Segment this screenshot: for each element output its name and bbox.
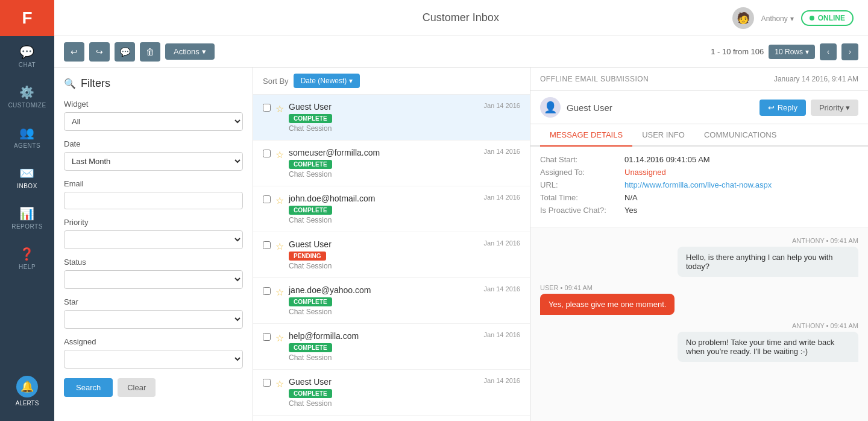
sort-button[interactable]: Date (Newest) ▾	[294, 74, 360, 88]
star-icon[interactable]: ☆	[275, 241, 284, 252]
back-button[interactable]: ↩	[64, 42, 84, 62]
sidebar-item-inbox[interactable]: ✉️ INBOX	[0, 157, 54, 198]
detail-proactive-val: Yes	[624, 206, 637, 215]
tab-user-info[interactable]: USER INFO	[632, 124, 694, 147]
star-icon[interactable]: ☆	[275, 149, 284, 160]
tab-communications[interactable]: COMMUNICATIONS	[694, 124, 786, 147]
user-name: Guest User	[567, 103, 612, 113]
detail-url: URL: http://www.formilla.com/live-chat-n…	[540, 180, 858, 189]
delete-button[interactable]: 🗑	[140, 42, 160, 62]
inbox-item-body: jane.doe@yahoo.com Complete Chat Session	[289, 285, 479, 316]
filter-priority-select[interactable]	[64, 230, 243, 249]
sidebar-item-chat[interactable]: 💬 CHAT	[0, 36, 54, 77]
detail-assigned-val: Unassigned	[624, 168, 666, 177]
chat-icon: 💬	[19, 45, 35, 59]
online-status-badge[interactable]: ONLINE	[801, 10, 854, 26]
inbox-sender: help@formilla.com	[289, 331, 479, 341]
rows-dropdown-icon: ▾	[805, 48, 809, 56]
detail-assigned: Assigned To: Unassigned	[540, 168, 858, 177]
inbox-item-checkbox[interactable]	[263, 333, 271, 341]
filters-title: 🔍 Filters	[64, 77, 243, 90]
inbox-item[interactable]: ☆ Guest User Pending Chat Session Jan 14…	[253, 232, 530, 278]
inbox-list: Sort By Date (Newest) ▾ ☆ Guest User Com…	[253, 68, 530, 421]
filter-star-select[interactable]	[64, 310, 243, 329]
inbox-item-checkbox[interactable]	[263, 195, 271, 203]
inbox-item[interactable]: ☆ Guest User Complete Chat Session Jan 1…	[253, 370, 530, 416]
inbox-item-checkbox[interactable]	[263, 241, 271, 249]
actions-button[interactable]: Actions ▾	[165, 43, 215, 60]
clear-button[interactable]: Clear	[118, 378, 156, 397]
sidebar-item-help[interactable]: ❓ HELP	[0, 238, 54, 279]
sidebar-item-inbox-label: INBOX	[17, 183, 37, 189]
chat-area: ANTHONY • 09:41 AM Hello, is there anyth…	[530, 227, 868, 421]
search-button[interactable]: Search	[64, 378, 113, 397]
sidebar-item-customize[interactable]: ⚙️ CUSTOMIZE	[0, 77, 54, 117]
inbox-date: Jan 14 2016	[483, 285, 520, 293]
priority-button[interactable]: Priority ▾	[811, 100, 858, 116]
inbox-item[interactable]: ☆ help@formilla.com Complete Chat Sessio…	[253, 324, 530, 370]
inbox-item-body: someuser@formilla.com Complete Chat Sess…	[289, 148, 479, 179]
next-page-button[interactable]: ›	[841, 43, 858, 60]
detail-total-time: Total Time: N/A	[540, 193, 858, 202]
filter-widget-select[interactable]: All	[64, 112, 243, 131]
inbox-item-checkbox[interactable]	[263, 379, 271, 387]
chat-bubble: Hello, is there anything I can help you …	[678, 247, 858, 277]
star-icon[interactable]: ☆	[275, 378, 284, 390]
inbox-sub: Chat Session	[289, 170, 479, 179]
inbox-sub: Chat Session	[289, 124, 479, 133]
inbox-item-body: Guest User Complete Chat Session	[289, 102, 479, 133]
forward-button[interactable]: ↪	[89, 42, 110, 62]
inbox-status-badge: Complete	[289, 297, 332, 306]
header-username[interactable]: Anthony ▾	[761, 13, 794, 23]
filter-priority-label: Priority	[64, 218, 243, 227]
prev-page-button[interactable]: ‹	[820, 43, 837, 60]
sidebar-item-chat-label: CHAT	[19, 62, 36, 68]
inbox-sub: Chat Session	[289, 216, 479, 224]
inbox-status-badge: Complete	[289, 160, 332, 169]
star-icon[interactable]: ☆	[275, 103, 284, 115]
inbox-item-checkbox[interactable]	[263, 150, 271, 157]
page-title: Customer Inbox	[189, 11, 732, 24]
sidebar-logo[interactable]: F	[0, 0, 54, 36]
reply-button[interactable]: ↩ Reply	[760, 100, 806, 116]
rows-selector[interactable]: 10 Rows ▾	[769, 45, 815, 59]
filter-email-input[interactable]	[64, 192, 243, 209]
filter-date-select[interactable]: Last Month This Month Today	[64, 152, 243, 171]
filter-status-select[interactable]	[64, 270, 243, 289]
inbox-item[interactable]: ☆ john.doe@hotmail.com Complete Chat Ses…	[253, 186, 530, 232]
star-icon[interactable]: ☆	[275, 286, 284, 298]
inbox-item-checkbox[interactable]	[263, 104, 271, 112]
inbox-icon: ✉️	[19, 166, 35, 180]
detail-total-time-val: N/A	[624, 193, 638, 202]
customize-icon: ⚙️	[19, 85, 35, 100]
inbox-item[interactable]: ☆ someuser@formilla.com Complete Chat Se…	[253, 141, 530, 186]
avatar: 🧑	[732, 7, 754, 29]
filter-email-label: Email	[64, 179, 243, 188]
filter-assigned-label: Assigned	[64, 337, 243, 346]
inbox-item[interactable]: ☆ jane.doe@yahoo.com Complete Chat Sessi…	[253, 278, 530, 324]
filter-assigned-select[interactable]	[64, 350, 243, 369]
star-icon[interactable]: ☆	[275, 332, 284, 344]
sidebar-item-alerts[interactable]: 🔔 Alerts	[0, 367, 54, 415]
filter-assigned: Assigned	[64, 337, 243, 369]
detail-url-val[interactable]: http://www.formilla.com/live-chat-now.as…	[624, 180, 772, 189]
inbox-item[interactable]: ☆ Guest User Complete Chat Session Jan 1…	[253, 95, 530, 141]
comment-button[interactable]: 💬	[115, 42, 135, 62]
tab-message-details[interactable]: MESSAGE DETAILS	[540, 124, 632, 147]
inbox-sender: john.doe@hotmail.com	[289, 194, 479, 203]
inbox-item-checkbox[interactable]	[263, 287, 271, 295]
inbox-date: Jan 14 2016	[483, 148, 520, 155]
detail-total-time-key: Total Time:	[540, 193, 624, 202]
inbox-status-badge: Pending	[289, 252, 326, 261]
filter-date-label: Date	[64, 139, 243, 148]
online-dot	[810, 16, 814, 21]
inbox-item-right: Jan 14 2016	[483, 285, 520, 293]
chat-bubble: Yes, please give me one moment.	[540, 294, 675, 315]
inbox-status-badge: Complete	[289, 206, 332, 215]
inbox-items: ☆ Guest User Complete Chat Session Jan 1…	[253, 95, 530, 416]
sidebar-item-reports[interactable]: 📊 REPORTS	[0, 198, 54, 238]
inbox-sub: Chat Session	[289, 308, 479, 316]
detail-assigned-key: Assigned To:	[540, 168, 624, 177]
sidebar-item-agents[interactable]: 👥 AGENTS	[0, 117, 54, 157]
star-icon[interactable]: ☆	[275, 195, 284, 206]
